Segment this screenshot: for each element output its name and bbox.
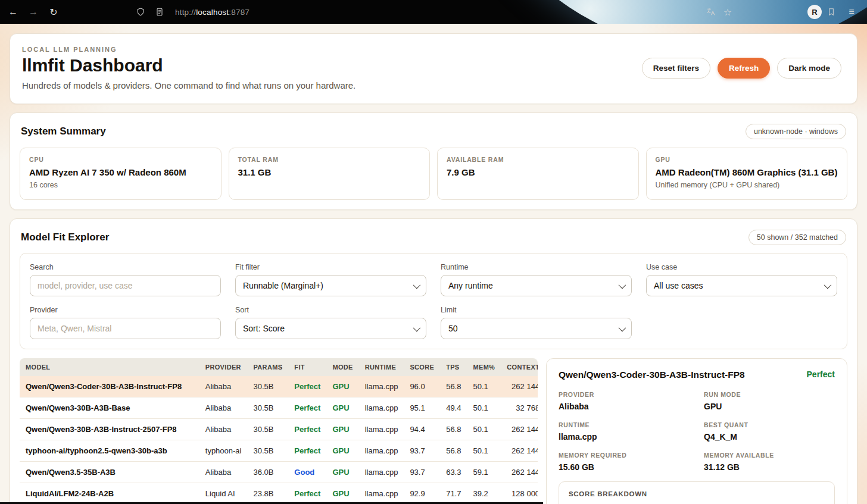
- chevron-down-icon: [413, 281, 421, 289]
- fit-filter-select[interactable]: Runnable (Marginal+): [235, 275, 426, 296]
- gpu-sub: Unified memory (CPU + GPU shared): [656, 181, 838, 189]
- col-params[interactable]: PARAMS: [247, 358, 288, 376]
- runtime-cell: llama.cpp: [359, 397, 404, 419]
- library-icon[interactable]: [823, 4, 840, 20]
- fit-cell: Perfect: [288, 397, 326, 419]
- reset-filters-button[interactable]: Reset filters: [642, 58, 710, 79]
- col-model[interactable]: MODEL: [20, 358, 199, 376]
- provider-cell: typhoon-ai: [199, 440, 248, 462]
- runtime-label: Runtime: [441, 263, 632, 271]
- model-name[interactable]: Qwen/Qwen3-Coder-30B-A3B-Instruct-FP8: [20, 376, 199, 397]
- refresh-button[interactable]: Refresh: [718, 58, 770, 79]
- provider-cell: Liquid AI: [199, 483, 248, 504]
- forward-button[interactable]: →: [25, 4, 42, 20]
- provider-cell: Alibaba: [199, 397, 248, 419]
- mode-cell: GPU: [326, 440, 358, 462]
- col-fit[interactable]: FIT: [288, 358, 326, 376]
- total-ram-card: TOTAL RAM 31.1 GB: [229, 148, 431, 200]
- tps-cell: 71.7: [440, 483, 467, 504]
- system-summary-cards: CPU AMD Ryzen AI 7 350 w/ Radeon 860M 16…: [20, 148, 847, 200]
- provider-field-group: Provider: [30, 306, 221, 339]
- reload-button[interactable]: ↻: [45, 4, 62, 20]
- col-provider[interactable]: PROVIDER: [199, 358, 248, 376]
- mode-cell: GPU: [326, 419, 358, 440]
- sort-select[interactable]: Sort: Score: [235, 318, 426, 339]
- col-context[interactable]: CONTEXT: [501, 358, 538, 376]
- fit-filter-value: Runnable (Marginal+): [243, 281, 323, 290]
- dark-mode-button[interactable]: Dark mode: [777, 58, 841, 79]
- use-case-label: Use case: [646, 263, 837, 271]
- header-actions: Reset filters Refresh Dark mode: [642, 58, 841, 79]
- table-row[interactable]: LiquidAI/LFM2-24B-A2B Liquid AI 23.8B Pe…: [20, 483, 538, 504]
- table-row[interactable]: Qwen/Qwen3-Coder-30B-A3B-Instruct-FP8 Al…: [20, 376, 538, 397]
- runtime-select[interactable]: Any runtime: [441, 275, 632, 296]
- model-name[interactable]: Qwen/Qwen3-30B-A3B-Base: [20, 397, 199, 419]
- tps-cell: 63.3: [440, 462, 467, 483]
- model-fit-explorer-section: Model Fit Explorer 50 shown / 352 matche…: [10, 218, 857, 504]
- menu-icon[interactable]: ≡: [843, 4, 860, 20]
- sort-value: Sort: Score: [243, 324, 285, 333]
- limit-select[interactable]: 50: [441, 318, 632, 339]
- context-cell: 262 144: [501, 376, 538, 397]
- url-text[interactable]: http://localhost:8787: [175, 8, 250, 17]
- detail-runtime-value: llama.cpp: [559, 432, 690, 442]
- detail-best-quant: BEST QUANT Q4_K_M: [704, 421, 835, 442]
- mem-cell: 50.1: [467, 397, 501, 419]
- fit-filter-group: Fit filter Runnable (Marginal+): [235, 263, 426, 296]
- table-row[interactable]: Qwen/Qwen3-30B-A3B-Instruct-2507-FP8 Ali…: [20, 419, 538, 440]
- col-mode[interactable]: MODE: [326, 358, 358, 376]
- mem-cell: 50.1: [467, 440, 501, 462]
- params-cell: 30.5B: [247, 376, 288, 397]
- model-name[interactable]: typhoon-ai/typhoon2.5-qwen3-30b-a3b: [20, 440, 199, 462]
- fit-filter-label: Fit filter: [235, 263, 426, 271]
- params-cell: 23.8B: [247, 483, 288, 504]
- col-score[interactable]: SCORE: [404, 358, 440, 376]
- cpu-sub: 16 cores: [29, 181, 212, 189]
- col-tps[interactable]: TPS: [440, 358, 467, 376]
- detail-runtime: RUNTIME llama.cpp: [559, 421, 690, 442]
- use-case-filter-group: Use case All use cases: [646, 263, 837, 296]
- col-runtime[interactable]: RUNTIME: [359, 358, 404, 376]
- context-cell: 262 144: [501, 440, 538, 462]
- search-label: Search: [30, 263, 221, 271]
- score-cell: 96.0: [404, 376, 440, 397]
- limit-value: 50: [448, 324, 458, 333]
- use-case-select[interactable]: All use cases: [646, 275, 837, 296]
- cpu-value: AMD Ryzen AI 7 350 w/ Radeon 860M: [29, 167, 212, 177]
- table-row[interactable]: typhoon-ai/typhoon2.5-qwen3-30b-a3b typh…: [20, 440, 538, 462]
- available-ram-label: AVAILABLE RAM: [447, 156, 629, 163]
- page-info-icon[interactable]: [151, 4, 168, 20]
- bookmark-star-icon[interactable]: ☆: [719, 4, 736, 20]
- translate-icon[interactable]: [703, 4, 719, 20]
- detail-memory-required-label: MEMORY REQUIRED: [559, 452, 690, 459]
- model-name[interactable]: Qwen/Qwen3.5-35B-A3B: [20, 462, 199, 483]
- address-bar[interactable]: http://localhost:8787: [132, 4, 250, 20]
- provider-input[interactable]: [30, 318, 221, 339]
- model-name[interactable]: Qwen/Qwen3-30B-A3B-Instruct-2507-FP8: [20, 419, 199, 440]
- fit-cell: Perfect: [288, 440, 326, 462]
- score-breakdown-card: SCORE BREAKDOWN Quality 92.0: [559, 481, 835, 504]
- mode-cell: GPU: [326, 376, 358, 397]
- page-header: LOCAL LLM PLANNING llmfit Dashboard Hund…: [10, 33, 857, 104]
- col-mem[interactable]: MEM%: [467, 358, 501, 376]
- model-name[interactable]: LiquidAI/LFM2-24B-A2B: [20, 483, 199, 504]
- available-ram-card: AVAILABLE RAM 7.9 GB: [437, 148, 639, 200]
- fit-cell: Perfect: [288, 376, 326, 397]
- mode-cell: GPU: [326, 462, 358, 483]
- account-avatar[interactable]: R: [807, 5, 822, 19]
- fit-cell: Good: [288, 462, 326, 483]
- table-row[interactable]: Qwen/Qwen3-30B-A3B-Base Alibaba 30.5B Pe…: [20, 397, 538, 419]
- runtime-filter-group: Runtime Any runtime: [441, 263, 632, 296]
- table-row[interactable]: Qwen/Qwen3.5-35B-A3B Alibaba 36.0B Good …: [20, 462, 538, 483]
- params-cell: 30.5B: [247, 397, 288, 419]
- url-host: localhost: [196, 8, 229, 17]
- back-button[interactable]: ←: [5, 4, 21, 20]
- limit-filter-group: Limit 50: [441, 306, 632, 339]
- sort-label: Sort: [235, 306, 426, 314]
- dashboard-page: LOCAL LLM PLANNING llmfit Dashboard Hund…: [0, 24, 867, 504]
- score-cell: 92.9: [404, 483, 440, 504]
- mem-cell: 50.1: [467, 419, 501, 440]
- detail-memory-available-label: MEMORY AVAILABLE: [704, 452, 835, 459]
- search-input[interactable]: [30, 275, 221, 296]
- shield-icon[interactable]: [132, 4, 149, 20]
